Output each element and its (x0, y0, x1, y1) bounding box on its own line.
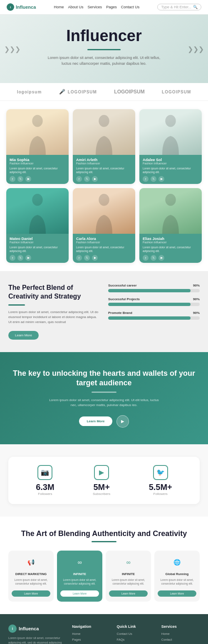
svg-point-2 (165, 115, 176, 127)
search-icon[interactable]: 🔍 (193, 5, 198, 9)
svg-point-5 (165, 194, 176, 206)
twitter-icon[interactable]: 𝕏 (17, 255, 23, 261)
influencer-desc: Lorem ipsum dolor sit amet, consectetur … (10, 167, 65, 174)
influencer-card: Mia Sophia Fashion Influencer Lorem ipsu… (6, 109, 69, 184)
nav-home[interactable]: Home (54, 5, 64, 9)
hero-arrows-right: ❯❯❯ (188, 45, 204, 53)
influencer-name: Mateo Daniel (10, 237, 65, 241)
twitter-icon[interactable]: 𝕏 (84, 255, 90, 261)
footer-brand-col: i Influenca Lorem ipsum dolor sit amet, … (8, 624, 66, 644)
footer-top: i Influenca Lorem ipsum dolor sit amet, … (8, 624, 200, 644)
social-icons: f 𝕏 ▶ (143, 176, 198, 182)
influencer-photo (6, 188, 69, 234)
twitter-icon[interactable]: 𝕏 (84, 176, 90, 182)
footer-link[interactable]: Home (161, 632, 200, 636)
footer-nav-title: Navigation (72, 624, 110, 629)
feature-card: ∞ INFINITE Lorem ipsum dolor sit amet, c… (57, 551, 102, 602)
nav-pages[interactable]: Pages (106, 5, 117, 9)
skill-percent: 90% (193, 284, 200, 287)
youtube-icon[interactable]: ▶ (25, 176, 31, 182)
footer-link[interactable]: Contact Us (117, 632, 155, 636)
youtube-icon[interactable]: ▶ (25, 255, 31, 261)
mic-icon: 🎤 (59, 89, 66, 95)
skill-label: Successful career 90% (108, 284, 200, 287)
nav-logo[interactable]: i Influenca (7, 3, 36, 11)
influencer-desc: Lorem ipsum dolor sit amet, consectetur … (143, 167, 198, 174)
influencer-desc: Lorem ipsum dolor sit amet, consectetur … (10, 245, 65, 253)
influencers-section: Mia Sophia Fashion Influencer Lorem ipsu… (0, 101, 208, 271)
feature-icon: 📢 (25, 556, 38, 569)
feature-desc: Lorem ipsum dolor sit amet, consectetur … (12, 578, 50, 585)
influencer-photo (139, 109, 202, 155)
feature-icon: 🌐 (171, 556, 184, 569)
skills-learn-more[interactable]: Learn More (8, 331, 39, 340)
logo-1: logoipsum (17, 90, 42, 94)
twitter-icon[interactable]: 𝕏 (151, 255, 156, 261)
nav-about[interactable]: About Us (68, 5, 84, 9)
cta-learn-more[interactable]: Learn More (79, 416, 112, 426)
influencer-photo (139, 188, 202, 234)
footer-quick-title: Quick Link (117, 624, 155, 629)
skill-label: Promote Brand 90% (108, 311, 200, 315)
footer-logo-icon: i (8, 624, 17, 633)
skills-section: The Perfect Blend of Creativity and Stra… (0, 271, 208, 352)
creativity-underline (92, 541, 116, 542)
twitter-icon[interactable]: 𝕏 (151, 176, 156, 182)
footer-link[interactable]: Contact (161, 638, 200, 642)
influencer-photo (6, 109, 69, 155)
feature-learn-more[interactable]: Learn More (158, 590, 196, 597)
youtube-icon[interactable]: ▶ (92, 176, 98, 182)
person-silhouette (92, 192, 116, 234)
stat-label: Followers (36, 492, 54, 496)
influencer-name: Elias Josiah (143, 237, 198, 241)
skill-percent: 90% (193, 311, 200, 315)
navbar: i Influenca Home About Us Services Pages… (0, 0, 208, 15)
feature-learn-more[interactable]: Learn More (60, 590, 99, 597)
svg-point-3 (32, 194, 42, 206)
cta-title: The key to unlocking the hearts and wall… (12, 369, 196, 388)
footer-link[interactable]: FAQs (117, 638, 155, 642)
stat-label: Subscribers (93, 492, 110, 496)
skills-title: The Perfect Blend of Creativity and Stra… (8, 284, 100, 301)
stat-item: 🐦 5.5M+ Followers (149, 465, 172, 496)
feature-learn-more[interactable]: Learn More (12, 590, 50, 597)
influencer-role: Fashion Influencer (10, 162, 65, 165)
facebook-icon[interactable]: f (76, 176, 82, 182)
logo-3: LOGOIPSUM (114, 89, 144, 95)
twitter-icon[interactable]: 𝕏 (17, 176, 23, 182)
person-silhouette (92, 113, 116, 155)
facebook-icon[interactable]: f (10, 176, 15, 182)
facebook-icon[interactable]: f (76, 255, 82, 261)
youtube-icon[interactable]: ▶ (92, 255, 98, 261)
youtube-icon[interactable]: ▶ (158, 176, 164, 182)
skill-bar (108, 303, 200, 306)
footer-link[interactable]: Pages (72, 638, 110, 642)
facebook-icon[interactable]: f (143, 255, 149, 261)
hero-underline (87, 49, 121, 50)
hero-title: Influencer (8, 27, 200, 45)
search-bar[interactable]: Type & Hit Enter... 🔍 (157, 4, 201, 10)
person-silhouette (25, 192, 50, 234)
influencer-name: Carla Alora (76, 237, 132, 241)
facebook-icon[interactable]: f (10, 255, 15, 261)
influencer-info: Carla Alora Fashion Influencer Lorem ips… (73, 234, 135, 263)
feature-title: DIRECT MARKETING (12, 572, 50, 576)
skill-bar (108, 289, 200, 292)
feature-logo-icon: 📢 (27, 559, 35, 566)
logo-text: Influenca (16, 5, 36, 10)
play-button[interactable]: ▶ (116, 415, 129, 428)
stat-item: 📷 6.3M Followers (36, 465, 54, 496)
skills-right: Successful career 90% Successful Project… (108, 284, 200, 340)
footer-link[interactable]: Home (72, 632, 110, 636)
influencer-info: Elias Josiah Fashion Influencer Lorem ip… (139, 234, 202, 263)
influencer-role: Fashion Influencer (143, 241, 198, 244)
nav-services[interactable]: Services (88, 5, 102, 9)
feature-learn-more[interactable]: Learn More (109, 590, 148, 597)
stats-section: 📷 6.3M Followers ▶ 5M+ Subscribers 🐦 5.5… (0, 444, 208, 517)
nav-contact[interactable]: Contact Us (121, 5, 140, 9)
youtube-icon[interactable]: ▶ (158, 255, 164, 261)
footer-services-list: HomeContactBlogAbout404 (161, 632, 200, 644)
facebook-icon[interactable]: f (143, 176, 149, 182)
creativity-title: The Art of Blending Authenticity and Cre… (8, 529, 200, 539)
skill-name: Successful Projects (108, 297, 140, 301)
